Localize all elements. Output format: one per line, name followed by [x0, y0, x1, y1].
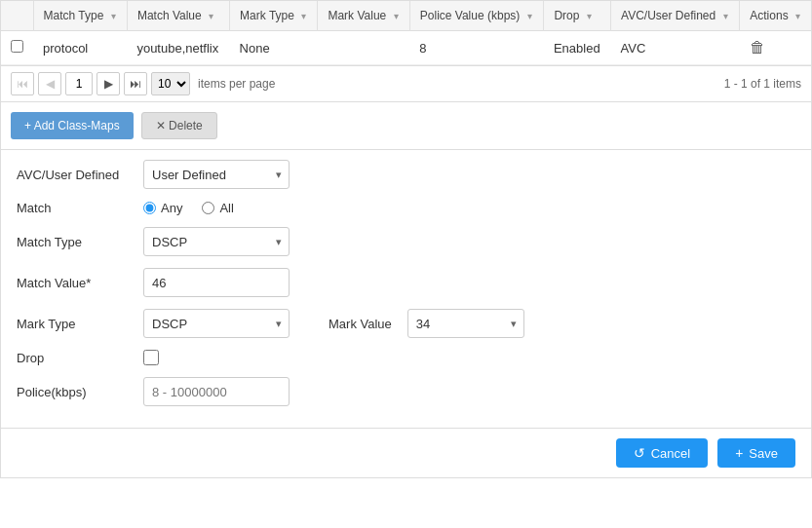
row-mark-type: None [230, 31, 318, 65]
pagination-last-button[interactable]: ⏭ [124, 72, 147, 95]
delete-button[interactable]: ✕ Delete [141, 112, 217, 139]
col-checkbox [1, 1, 33, 31]
avc-select-wrapper: User Defined AVC [143, 160, 290, 189]
class-maps-table: Match Type ▾ Match Value ▾ Mark Type ▾ M… [1, 1, 811, 65]
mark-value-select[interactable]: 34 46 0 [407, 309, 524, 338]
col-mark-type: Mark Type ▾ [230, 1, 318, 31]
sort-mark-type-icon[interactable]: ▾ [301, 11, 306, 21]
row-match-type: protocol [33, 31, 127, 65]
row-mark-value [318, 31, 409, 65]
row-actions-cell: 🗑 [740, 31, 811, 65]
pagination-row: ⏮ ◀ ▶ ⏭ 10 25 50 items per page 1 - 1 of… [0, 65, 812, 102]
sort-actions-icon[interactable]: ▾ [795, 11, 800, 21]
match-value-label: Match Value* [17, 276, 143, 290]
sort-match-type-icon[interactable]: ▾ [111, 11, 116, 21]
mark-type-label: Mark Type [17, 317, 143, 331]
class-maps-table-container: Match Type ▾ Match Value ▾ Mark Type ▾ M… [0, 0, 812, 65]
delete-row-icon[interactable]: 🗑 [750, 39, 765, 56]
per-page-label: items per page [198, 77, 275, 91]
row-match-value: youtube,netflix [127, 31, 229, 65]
match-value-row: Match Value* [17, 268, 795, 297]
per-page-select[interactable]: 10 25 50 [151, 72, 190, 95]
pagination-prev-button[interactable]: ◀ [38, 72, 61, 95]
pagination-first-button[interactable]: ⏮ [11, 72, 34, 95]
pagination-page-input[interactable] [65, 72, 93, 95]
action-buttons-row: + Add Class-Maps ✕ Delete [0, 102, 812, 150]
match-any-label[interactable]: Any [143, 201, 182, 215]
bottom-buttons-row: ↺ Cancel + Save [0, 429, 812, 478]
col-match-value: Match Value ▾ [127, 1, 229, 31]
col-mark-value: Mark Value ▾ [318, 1, 409, 31]
save-button[interactable]: + Save [717, 438, 795, 468]
row-checkbox[interactable] [11, 40, 23, 53]
drop-label: Drop [17, 351, 143, 365]
sort-match-value-icon[interactable]: ▾ [209, 11, 213, 21]
police-row: Police(kbps) [17, 377, 795, 406]
drop-checkbox[interactable] [143, 350, 159, 365]
sort-avc-icon[interactable]: ▾ [723, 11, 728, 21]
pagination-next-button[interactable]: ▶ [97, 72, 120, 95]
cancel-icon: ↺ [634, 445, 645, 461]
form-section: AVC/User Defined User Defined AVC Match … [0, 150, 812, 429]
match-value-input[interactable] [143, 268, 290, 297]
sort-mark-value-icon[interactable]: ▾ [394, 11, 399, 21]
mark-value-select-wrapper: 34 46 0 [407, 309, 524, 338]
row-drop: Enabled [544, 31, 611, 65]
match-all-label[interactable]: All [202, 201, 233, 215]
match-all-radio[interactable] [202, 202, 214, 214]
avc-user-defined-row: AVC/User Defined User Defined AVC [17, 160, 795, 189]
row-avc-user-defined: AVC [611, 31, 740, 65]
mark-type-select[interactable]: DSCP None [143, 309, 290, 338]
col-actions: Actions ▾ [740, 1, 811, 31]
cancel-button[interactable]: ↺ Cancel [616, 438, 708, 468]
avc-label: AVC/User Defined [17, 168, 143, 182]
col-avc-user-defined: AVC/User Defined ▾ [611, 1, 740, 31]
match-any-radio[interactable] [143, 202, 156, 214]
sort-police-icon[interactable]: ▾ [527, 11, 532, 21]
col-police-value: Police Value (kbps) ▾ [409, 1, 544, 31]
row-police-value: 8 [409, 31, 544, 65]
match-type-label: Match Type [17, 235, 143, 249]
police-input[interactable] [143, 377, 290, 406]
col-drop: Drop ▾ [544, 1, 611, 31]
match-type-select[interactable]: DSCP Protocol ACL [143, 227, 290, 256]
mark-value-label: Mark Value [329, 317, 392, 331]
col-match-type: Match Type ▾ [33, 1, 127, 31]
match-label: Match [17, 201, 143, 215]
add-class-maps-button[interactable]: + Add Class-Maps [11, 112, 134, 139]
mark-type-select-wrapper: DSCP None [143, 309, 290, 338]
match-type-row: Match Type DSCP Protocol ACL [17, 227, 795, 256]
match-row: Match Any All [17, 201, 795, 215]
mark-type-row: Mark Type DSCP None Mark Value 34 46 0 [17, 309, 795, 338]
police-label: Police(kbps) [17, 385, 143, 399]
sort-drop-icon[interactable]: ▾ [587, 11, 592, 21]
match-radio-group: Any All [143, 201, 234, 215]
avc-select[interactable]: User Defined AVC [143, 160, 290, 189]
pagination-range: 1 - 1 of 1 items [724, 77, 801, 91]
row-checkbox-cell[interactable] [1, 31, 33, 65]
match-type-select-wrapper: DSCP Protocol ACL [143, 227, 290, 256]
drop-row: Drop [17, 350, 795, 365]
table-row: protocol youtube,netflix None 8 Enabled … [1, 31, 811, 65]
save-icon: + [735, 445, 743, 461]
